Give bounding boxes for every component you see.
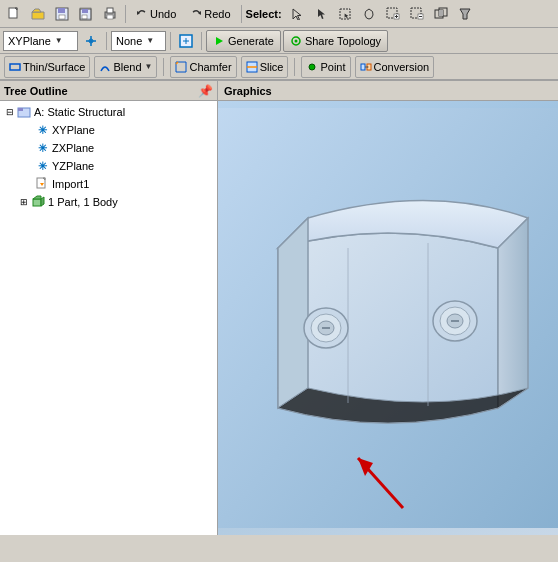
svg-rect-7 bbox=[82, 15, 87, 19]
thin-surface-button[interactable]: Thin/Surface bbox=[4, 56, 90, 78]
save-button[interactable] bbox=[51, 3, 73, 25]
separator5 bbox=[201, 32, 202, 50]
svg-rect-53 bbox=[33, 199, 41, 206]
tree-item-yzplane[interactable]: ✳ YZPlane bbox=[2, 157, 215, 175]
tree-item-root[interactable]: ⊟ A: Static Structural bbox=[2, 103, 215, 121]
undo-button[interactable]: Undo bbox=[130, 3, 182, 25]
tree-label-yzplane: YZPlane bbox=[52, 160, 94, 172]
tree-icon-zxplane: ✳ bbox=[34, 140, 50, 156]
svg-rect-6 bbox=[82, 9, 88, 13]
svg-rect-4 bbox=[59, 15, 65, 19]
graphics-pane: Graphics bbox=[218, 81, 558, 535]
open-button[interactable] bbox=[27, 3, 49, 25]
svg-rect-49 bbox=[18, 108, 23, 111]
tree-expand-yzplane bbox=[26, 160, 34, 172]
separator7 bbox=[294, 58, 295, 76]
sketch-mode-button[interactable] bbox=[175, 30, 197, 52]
tree-pane: Tree Outline 📌 ⊟ A: Static Structural ✳ bbox=[0, 81, 218, 535]
tree-label-part1: 1 Part, 1 Body bbox=[48, 196, 118, 208]
select-filter-button[interactable] bbox=[454, 3, 476, 25]
svg-marker-28 bbox=[460, 9, 470, 19]
toolbar-row3: Thin/Surface Blend ▼ Chamfer Slice Point… bbox=[0, 54, 558, 80]
svg-rect-38 bbox=[10, 64, 20, 70]
new-button[interactable] bbox=[3, 3, 25, 25]
print-button[interactable] bbox=[99, 3, 121, 25]
select-pointer-button[interactable] bbox=[310, 3, 332, 25]
svg-marker-17 bbox=[344, 13, 348, 18]
separator4 bbox=[170, 32, 171, 50]
tree-item-xyplane[interactable]: ✳ XYPlane bbox=[2, 121, 215, 139]
none-value: None bbox=[116, 35, 142, 47]
tree-expand-xyplane bbox=[26, 124, 34, 136]
plane-orient-button[interactable] bbox=[80, 30, 102, 52]
select-subtract-button[interactable] bbox=[406, 3, 428, 25]
none-dropdown-arrow: ▼ bbox=[146, 36, 154, 45]
tree-label-xyplane: XYPlane bbox=[52, 124, 95, 136]
separator1 bbox=[125, 5, 126, 23]
separator2 bbox=[241, 5, 242, 23]
tree-icon-import1 bbox=[34, 176, 50, 192]
tree-item-part1[interactable]: ⊞ 1 Part, 1 Body bbox=[2, 193, 215, 211]
thin-surface-label: Thin/Surface bbox=[23, 61, 85, 73]
plane-dropdown-arrow: ▼ bbox=[55, 36, 63, 45]
conversion-button[interactable]: Conversion bbox=[355, 56, 435, 78]
tree-expand-root[interactable]: ⊟ bbox=[4, 106, 16, 118]
slice-button[interactable]: Slice bbox=[241, 56, 289, 78]
svg-rect-11 bbox=[107, 15, 113, 19]
tree-icon-part1 bbox=[30, 194, 46, 210]
tree-item-import1[interactable]: Import1 bbox=[2, 175, 215, 193]
blend-dropdown-arrow: ▼ bbox=[145, 62, 153, 71]
blend-label: Blend bbox=[113, 61, 141, 73]
tree-icon-yzplane: ✳ bbox=[34, 158, 50, 174]
toolbar-row1: Undo Redo Select: bbox=[0, 0, 558, 28]
select-arrow-button[interactable] bbox=[286, 3, 308, 25]
save-all-button[interactable] bbox=[75, 3, 97, 25]
tree-label-zxplane: ZXPlane bbox=[52, 142, 94, 154]
slice-label: Slice bbox=[260, 61, 284, 73]
tree-label-import1: Import1 bbox=[52, 178, 89, 190]
svg-point-37 bbox=[294, 39, 297, 42]
plane-selector[interactable]: XYPlane ▼ bbox=[3, 31, 78, 51]
svg-marker-55 bbox=[41, 197, 44, 206]
generate-button[interactable]: Generate bbox=[206, 30, 281, 52]
svg-marker-54 bbox=[33, 196, 41, 199]
tree-expand-part1[interactable]: ⊞ bbox=[18, 196, 30, 208]
graphics-area[interactable] bbox=[218, 101, 558, 535]
tree-item-zxplane[interactable]: ✳ ZXPlane bbox=[2, 139, 215, 157]
toolbar-row2: XYPlane ▼ None ▼ Generate Share Topology bbox=[0, 28, 558, 54]
redo-button[interactable]: Redo bbox=[184, 3, 236, 25]
graphics-header: Graphics bbox=[218, 81, 558, 101]
svg-rect-3 bbox=[58, 8, 65, 13]
none-selector[interactable]: None ▼ bbox=[111, 31, 166, 51]
svg-marker-14 bbox=[293, 9, 301, 20]
svg-rect-44 bbox=[361, 64, 365, 70]
tree-pin-icon[interactable]: 📌 bbox=[198, 84, 213, 98]
select-box-button[interactable] bbox=[334, 3, 356, 25]
point-label: Point bbox=[320, 61, 345, 73]
select-lasso-button[interactable] bbox=[358, 3, 380, 25]
tree-label-root: A: Static Structural bbox=[34, 106, 125, 118]
tree-header: Tree Outline 📌 bbox=[0, 81, 217, 101]
generate-label: Generate bbox=[228, 35, 274, 47]
tree-expand-zxplane bbox=[26, 142, 34, 154]
svg-rect-10 bbox=[107, 8, 113, 13]
separator6 bbox=[163, 58, 164, 76]
chamfer-button[interactable]: Chamfer bbox=[170, 56, 236, 78]
select-label: Select: bbox=[246, 8, 282, 20]
svg-rect-27 bbox=[439, 10, 443, 16]
tree-content: ⊟ A: Static Structural ✳ XYPlane ✳ bbox=[0, 101, 217, 535]
separator3 bbox=[106, 32, 107, 50]
tree-icon-root bbox=[16, 104, 32, 120]
share-topology-button[interactable]: Share Topology bbox=[283, 30, 388, 52]
blend-button[interactable]: Blend ▼ bbox=[94, 56, 157, 78]
graphics-title: Graphics bbox=[224, 85, 272, 97]
select-add-button[interactable] bbox=[382, 3, 404, 25]
svg-marker-15 bbox=[318, 9, 325, 19]
tree-expand-import1 bbox=[26, 178, 34, 190]
select-intersect-button[interactable] bbox=[430, 3, 452, 25]
point-button[interactable]: Point bbox=[301, 56, 350, 78]
graphics-svg bbox=[218, 101, 558, 535]
plane-value: XYPlane bbox=[8, 35, 51, 47]
conversion-label: Conversion bbox=[374, 61, 430, 73]
tree-icon-xyplane: ✳ bbox=[34, 122, 50, 138]
